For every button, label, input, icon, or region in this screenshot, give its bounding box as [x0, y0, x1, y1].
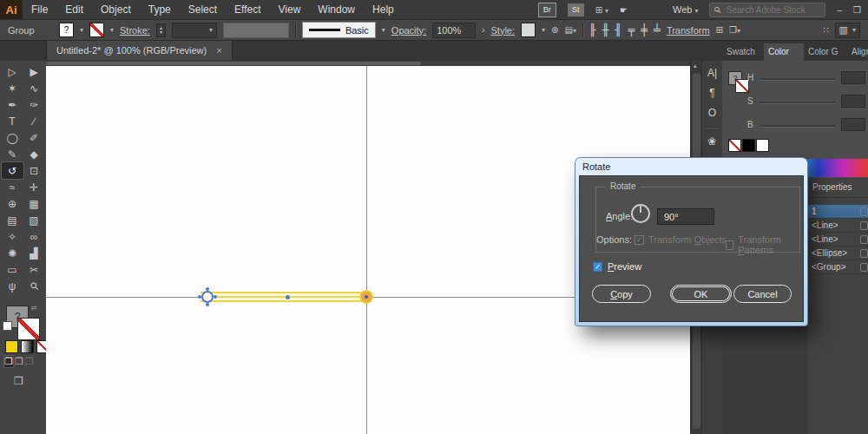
- symbol-sprayer-tool[interactable]: ✺: [2, 245, 23, 261]
- document-tab[interactable]: Untitled-2* @ 100% (RGB/Preview) ×: [46, 41, 233, 60]
- gradient-tool[interactable]: ▧: [23, 212, 45, 228]
- menu-file[interactable]: File: [23, 0, 56, 19]
- stroke-weight-stepper[interactable]: ▴▾: [156, 23, 166, 37]
- puppet-warp-tool[interactable]: ✛: [23, 179, 45, 195]
- direct-selection-tool[interactable]: ▶: [23, 63, 45, 80]
- color-button[interactable]: [5, 340, 18, 353]
- screen-mode-icon[interactable]: ❐: [14, 375, 23, 387]
- document-setup-icon[interactable]: ▤▾: [564, 25, 575, 35]
- align-left-icon[interactable]: ╟: [589, 23, 596, 36]
- lasso-tool[interactable]: ∿: [23, 80, 45, 96]
- width-tool[interactable]: ≈: [2, 179, 23, 195]
- hand-tool[interactable]: ψ: [2, 278, 23, 294]
- preview-option[interactable]: ✓ Preview: [593, 261, 641, 272]
- paragraph-panel-icon[interactable]: ¶: [709, 87, 714, 99]
- paintbrush-tool[interactable]: ✐: [23, 129, 45, 146]
- stroke-link[interactable]: Stroke:: [120, 25, 150, 36]
- blend-tool[interactable]: ∞: [23, 228, 45, 245]
- saturation-value[interactable]: [841, 95, 865, 108]
- bridge-icon[interactable]: Br: [538, 3, 556, 17]
- tab-swatches[interactable]: Swatch: [722, 43, 764, 61]
- layer-row[interactable]: <Ellipse>: [807, 247, 868, 260]
- style-chevron-icon[interactable]: ▾: [542, 26, 545, 34]
- profile-chevron-icon[interactable]: ▾: [382, 26, 385, 34]
- cancel-button[interactable]: Cancel: [733, 285, 792, 303]
- workspace-switcher-icon[interactable]: ⊞ ▾: [595, 5, 608, 15]
- selection-tool[interactable]: ▷: [2, 63, 23, 80]
- angle-dial[interactable]: [631, 204, 650, 223]
- hue-slider[interactable]: [760, 78, 835, 81]
- recolor-artwork-icon[interactable]: ⊛: [551, 25, 558, 35]
- mesh-tool[interactable]: ▤: [2, 212, 23, 228]
- center-anchor[interactable]: [286, 295, 290, 299]
- transform-link[interactable]: Transform: [667, 25, 710, 36]
- workspace-select[interactable]: Web ▾: [673, 4, 699, 15]
- panel-toggle[interactable]: ▥▾: [835, 23, 860, 38]
- eyedropper-tool[interactable]: ✧: [2, 228, 23, 245]
- gradient-button[interactable]: [21, 340, 34, 353]
- stroke-weight-select[interactable]: ▾: [172, 23, 217, 38]
- angle-input[interactable]: 90°: [657, 208, 714, 225]
- fill-color-swatch[interactable]: ?: [59, 23, 74, 37]
- ellipse-tool[interactable]: ◯: [2, 129, 23, 146]
- brightness-value[interactable]: [841, 118, 865, 131]
- opentype-panel-icon[interactable]: O: [708, 107, 716, 119]
- rotate-tool[interactable]: ↺: [2, 162, 23, 179]
- free-transform-tool[interactable]: ⊡: [23, 162, 45, 179]
- draw-normal-icon[interactable]: ❐: [4, 356, 13, 367]
- variable-width-profile[interactable]: Basic: [302, 22, 376, 38]
- pencil-tool[interactable]: ✎: [2, 146, 23, 162]
- opacity-select[interactable]: 100%: [432, 23, 476, 38]
- black-swatch[interactable]: [742, 139, 755, 152]
- search-input[interactable]: [725, 4, 808, 16]
- restore-button[interactable]: ❐: [853, 5, 861, 15]
- share-icon[interactable]: ☛: [620, 5, 628, 15]
- target-icon[interactable]: [860, 263, 868, 272]
- draw-inside-icon[interactable]: ❐: [25, 356, 34, 367]
- minimize-button[interactable]: –: [837, 5, 842, 15]
- brightness-slider[interactable]: [760, 125, 835, 128]
- swap-fill-stroke-icon[interactable]: ⇄: [31, 304, 37, 312]
- curvature-tool[interactable]: ✑: [23, 96, 45, 113]
- dock-grid-icon[interactable]: ∷: [823, 25, 828, 35]
- target-icon[interactable]: [860, 207, 868, 216]
- pen-tool[interactable]: ✒: [2, 96, 23, 113]
- target-icon[interactable]: [860, 249, 868, 258]
- layer-row[interactable]: <Line>: [807, 233, 868, 247]
- stroke-chevron-icon[interactable]: ▾: [110, 26, 114, 34]
- close-tab-icon[interactable]: ×: [216, 45, 221, 56]
- ok-button[interactable]: OK: [670, 285, 732, 303]
- horizontal-scrollbar[interactable]: [46, 61, 690, 66]
- opacity-link[interactable]: Opacity:: [391, 25, 426, 36]
- hue-value[interactable]: [841, 71, 865, 84]
- opacity-more-icon[interactable]: ›: [482, 25, 484, 35]
- layer-row[interactable]: <Line>: [807, 219, 868, 233]
- align-v-center-icon[interactable]: ╪: [641, 23, 648, 36]
- target-icon[interactable]: [860, 221, 868, 230]
- layer-row[interactable]: <Group>: [807, 260, 868, 274]
- type-tool[interactable]: T: [2, 113, 23, 129]
- brush-definition-select[interactable]: [223, 23, 289, 38]
- checkbox-unchecked-disabled[interactable]: [726, 240, 733, 250]
- tab-color[interactable]: Color: [764, 43, 804, 61]
- vertical-line-object[interactable]: [366, 66, 367, 434]
- saturation-slider[interactable]: [760, 102, 835, 104]
- menu-edit[interactable]: Edit: [56, 0, 92, 19]
- menu-effect[interactable]: Effect: [226, 0, 269, 19]
- style-swatch[interactable]: [521, 23, 536, 37]
- isolate-icon[interactable]: ⊞: [716, 25, 723, 35]
- dialog-titlebar[interactable]: Rotate: [579, 158, 804, 175]
- symbols-panel-icon[interactable]: ❀: [707, 135, 716, 148]
- menu-object[interactable]: Object: [92, 0, 140, 19]
- column-graph-tool[interactable]: ▟: [23, 245, 45, 261]
- checkbox-checked[interactable]: ✓: [593, 262, 602, 272]
- tab-align[interactable]: Align: [847, 43, 868, 61]
- stroke-color-swatch[interactable]: [89, 23, 104, 37]
- align-bottom-icon[interactable]: ╧: [654, 23, 661, 36]
- target-icon[interactable]: [860, 235, 868, 244]
- align-h-center-icon[interactable]: ╫: [602, 23, 609, 36]
- menu-select[interactable]: Select: [180, 0, 226, 19]
- transform-objects-option[interactable]: ✓ Transform Objects: [635, 234, 727, 245]
- menu-view[interactable]: View: [270, 0, 310, 19]
- align-top-icon[interactable]: ╤: [628, 23, 635, 36]
